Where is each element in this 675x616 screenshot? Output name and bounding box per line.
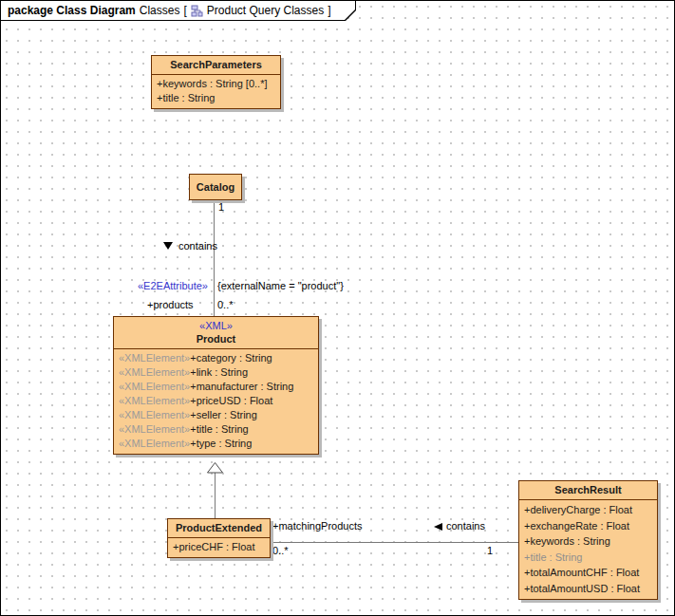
class-name[interactable]: Catalog (193, 181, 238, 194)
generalization-line[interactable] (215, 473, 216, 518)
attribute-row[interactable]: «XMLElement»+seller : String (114, 408, 318, 422)
class-stereotype: «XML» (118, 320, 314, 332)
diagram-frame-tab[interactable]: package Class Diagram Classes [ Product … (1, 1, 356, 21)
attribute-row[interactable]: +keywords : String (519, 533, 657, 550)
attribute-text: +seller : String (190, 409, 257, 420)
association-direction-arrow-icon (163, 242, 173, 250)
bracket-open: [ (183, 4, 186, 17)
attribute-row[interactable]: +keywords : String [0..*] (152, 77, 280, 91)
association-constraint[interactable]: {externalName = "product"} (217, 280, 344, 292)
attribute-stereotype: «XMLElement» (119, 438, 190, 449)
role-matchingproducts-label[interactable]: +matchingProducts (272, 520, 362, 532)
attribute-row[interactable]: «XMLElement»+category : String (114, 351, 318, 365)
multiplicity-searchresult-end[interactable]: 1 (487, 545, 493, 557)
package-name-label: Classes (140, 4, 180, 17)
attribute-stereotype: «XMLElement» (119, 423, 190, 435)
attribute-row[interactable]: +title : String (152, 91, 280, 105)
attribute-row[interactable]: «XMLElement»+priceUSD : Float (114, 394, 318, 408)
class-searchresult[interactable]: SearchResult +deliveryCharge : Float +ex… (518, 480, 658, 600)
attributes-compartment: +deliveryCharge : Float +exchangeRate : … (519, 500, 657, 599)
class-productextended[interactable]: ProductExtended +priceCHF : Float (167, 518, 271, 558)
multiplicity-matchingproducts-end[interactable]: 0..* (272, 545, 289, 557)
attribute-stereotype: «XMLElement» (119, 409, 190, 420)
diagram-kind-label: package Class Diagram (8, 4, 136, 17)
class-name[interactable]: SearchResult (519, 481, 657, 500)
multiplicity-products-end[interactable]: 0..* (217, 299, 234, 311)
attribute-row[interactable]: «XMLElement»+link : String (114, 365, 318, 380)
attribute-row[interactable]: «XMLElement»+type : String (114, 437, 318, 451)
class-catalog[interactable]: Catalog (189, 174, 242, 200)
association-catalog-product-line[interactable] (214, 198, 215, 316)
generalization-arrow-icon (207, 462, 223, 474)
association-name-contains-vertical[interactable]: contains (178, 240, 217, 252)
attribute-text: +manufacturer : String (190, 381, 293, 392)
attributes-compartment: +keywords : String [0..*] +title : Strin… (152, 75, 280, 108)
class-product[interactable]: «XML» Product «XMLElement»+category : St… (113, 316, 319, 455)
attribute-stereotype: «XMLElement» (119, 381, 190, 392)
multiplicity-catalog-end[interactable]: 1 (218, 201, 224, 214)
attribute-row[interactable]: +deliveryCharge : Float (519, 502, 657, 518)
association-name-contains-horizontal[interactable]: contains (446, 520, 485, 532)
attribute-text: +priceUSD : Float (190, 395, 272, 406)
class-name[interactable]: ProductExtended (168, 519, 270, 538)
attribute-row[interactable]: +totalAmountUSD : Float (519, 581, 657, 597)
attribute-text: +title : String (190, 423, 248, 435)
attribute-row[interactable]: +priceCHF : Float (168, 540, 270, 554)
bracket-close: ] (328, 4, 330, 17)
attribute-text: +link : String (190, 366, 248, 378)
attribute-row[interactable]: +totalAmountCHF : Float (519, 565, 657, 581)
attribute-row[interactable]: +title : String (519, 550, 657, 566)
class-diagram-icon (191, 5, 203, 17)
attribute-row[interactable]: «XMLElement»+manufacturer : String (114, 380, 318, 394)
association-direction-arrow-icon (434, 523, 442, 531)
attributes-compartment: +priceCHF : Float (168, 538, 270, 557)
attribute-row[interactable]: «XMLElement»+title : String (114, 422, 318, 437)
attribute-stereotype: «XMLElement» (119, 352, 190, 364)
association-searchresult-productextended-line[interactable] (269, 542, 518, 543)
attributes-compartment: «XMLElement»+category : String «XMLEleme… (114, 349, 318, 454)
diagram-name-label: Product Query Classes (207, 4, 324, 17)
attribute-stereotype: «XMLElement» (119, 366, 190, 378)
role-products-label[interactable]: +products (147, 299, 194, 311)
attribute-row[interactable]: +exchangeRate : Float (519, 518, 657, 534)
attribute-text: +category : String (190, 352, 272, 364)
class-searchparameters[interactable]: SearchParameters +keywords : String [0..… (151, 55, 281, 109)
association-stereotype-e2eattribute[interactable]: «E2EAttribute» (138, 280, 208, 292)
class-name[interactable]: SearchParameters (152, 56, 280, 75)
class-name-compartment[interactable]: «XML» Product (114, 317, 318, 349)
diagram-frame-tab-inner: package Class Diagram Classes [ Product … (1, 1, 355, 20)
attribute-text: +type : String (190, 438, 252, 449)
diagram-canvas: package Class Diagram Classes [ Product … (0, 0, 675, 616)
class-name: Product (118, 333, 314, 345)
attribute-stereotype: «XMLElement» (119, 395, 190, 406)
